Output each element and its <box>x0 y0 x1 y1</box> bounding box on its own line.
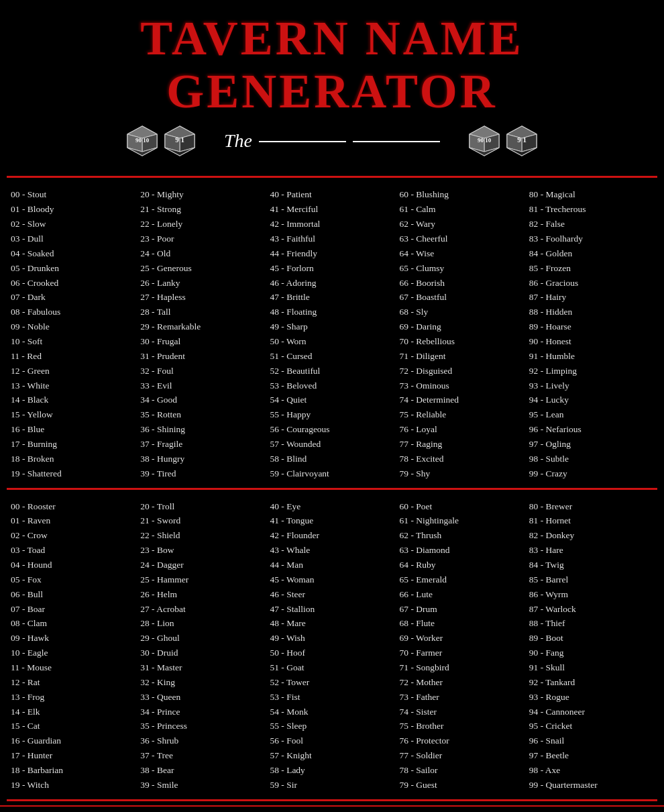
list-item: 69 - Worker <box>400 631 524 646</box>
noun-col-1: 20 - Troll21 - Sword22 - Shield23 - Bow2… <box>137 499 267 793</box>
list-item: 55 - Sleep <box>270 719 394 733</box>
die-d100-left: 90 10 <box>125 123 160 158</box>
list-item: 36 - Shining <box>140 422 264 437</box>
list-item: 22 - Shield <box>140 528 264 543</box>
list-item: 34 - Good <box>140 393 264 407</box>
list-item: 92 - Limping <box>529 364 653 378</box>
list-item: 44 - Man <box>270 558 394 572</box>
list-item: 48 - Mare <box>270 616 394 631</box>
dice-right: 90 10 9 1 <box>467 123 539 158</box>
list-item: 57 - Knight <box>270 748 394 763</box>
list-item: 72 - Disguised <box>400 364 524 378</box>
list-item: 82 - Donkey <box>529 528 653 543</box>
list-item: 26 - Lanky <box>140 276 264 291</box>
adjectives-grid: 00 - Stout01 - Bloody02 - Slow03 - Dull0… <box>8 187 656 480</box>
list-item: 65 - Clumsy <box>400 261 524 276</box>
list-item: 59 - Sir <box>270 778 394 793</box>
list-item: 15 - Yellow <box>11 407 135 422</box>
list-item: 64 - Ruby <box>400 558 524 572</box>
list-item: 80 - Brewer <box>529 499 653 514</box>
list-item: 90 - Honest <box>529 334 653 349</box>
list-item: 89 - Hoarse <box>529 319 653 334</box>
list-item: 77 - Soldier <box>400 748 524 763</box>
list-item: 81 - Hornet <box>529 513 653 528</box>
list-item: 82 - False <box>529 217 653 232</box>
list-item: 37 - Fragile <box>140 437 264 452</box>
list-item: 52 - Beautiful <box>270 364 394 378</box>
adj-col-3: 60 - Blushing61 - Calm62 - Wary63 - Chee… <box>397 187 527 480</box>
list-item: 96 - Nefarious <box>529 422 653 437</box>
list-item: 22 - Lonely <box>140 217 264 232</box>
list-item: 97 - Ogling <box>529 437 653 452</box>
list-item: 75 - Reliable <box>400 407 524 422</box>
list-item: 00 - Rooster <box>11 499 135 514</box>
list-item: 71 - Songbird <box>400 660 524 675</box>
list-item: 20 - Troll <box>140 499 264 514</box>
list-item: 88 - Hidden <box>529 305 653 319</box>
die-d10-right: 9 1 <box>504 123 539 158</box>
list-item: 13 - White <box>11 378 135 393</box>
list-item: 44 - Friendly <box>270 246 394 261</box>
list-item: 95 - Cricket <box>529 719 653 733</box>
list-item: 13 - Frog <box>11 690 135 705</box>
list-item: 21 - Strong <box>140 202 264 217</box>
list-item: 04 - Soaked <box>11 246 135 261</box>
list-item: 99 - Quartermaster <box>529 778 653 793</box>
list-item: 53 - Beloved <box>270 378 394 393</box>
list-item: 68 - Flute <box>400 616 524 631</box>
list-item: 89 - Boot <box>529 631 653 646</box>
list-item: 87 - Hairy <box>529 290 653 305</box>
page-title: Tavern Name Generator <box>0 12 664 118</box>
list-item: 07 - Dark <box>11 290 135 305</box>
noun-col-2: 40 - Eye41 - Tongue42 - Flounder43 - Wha… <box>267 499 396 793</box>
list-item: 40 - Patient <box>270 187 394 202</box>
list-item: 83 - Hare <box>529 543 653 558</box>
list-item: 06 - Bull <box>11 587 135 602</box>
list-item: 39 - Tired <box>140 466 264 481</box>
list-item: 28 - Tall <box>140 305 264 319</box>
list-item: 17 - Hunter <box>11 748 135 763</box>
list-item: 31 - Prudent <box>140 349 264 364</box>
list-item: 45 - Woman <box>270 572 394 587</box>
list-item: 02 - Crow <box>11 528 135 543</box>
list-item: 45 - Forlorn <box>270 261 394 276</box>
list-item: 62 - Wary <box>400 217 524 232</box>
list-item: 38 - Hungry <box>140 452 264 466</box>
list-item: 49 - Wish <box>270 631 394 646</box>
list-item: 34 - Prince <box>140 705 264 719</box>
list-item: 63 - Diamond <box>400 543 524 558</box>
adj-col-1: 20 - Mighty21 - Strong22 - Lonely23 - Po… <box>137 187 267 480</box>
list-item: 51 - Cursed <box>270 349 394 364</box>
list-item: 43 - Faithful <box>270 232 394 246</box>
list-item: 94 - Lucky <box>529 393 653 407</box>
list-item: 09 - Noble <box>11 319 135 334</box>
list-item: 50 - Worn <box>270 334 394 349</box>
list-item: 01 - Bloody <box>11 202 135 217</box>
list-item: 60 - Blushing <box>400 187 524 202</box>
list-item: 16 - Blue <box>11 422 135 437</box>
the-label: The <box>224 130 252 152</box>
list-item: 84 - Golden <box>529 246 653 261</box>
list-item: 65 - Emerald <box>400 572 524 587</box>
list-item: 16 - Guardian <box>11 733 135 748</box>
list-item: 10 - Eagle <box>11 646 135 660</box>
list-item: 60 - Poet <box>400 499 524 514</box>
list-item: 33 - Evil <box>140 378 264 393</box>
list-item: 10 - Soft <box>11 334 135 349</box>
list-item: 79 - Shy <box>400 466 524 481</box>
svg-text:9 1: 9 1 <box>517 136 527 144</box>
list-item: 36 - Shrub <box>140 733 264 748</box>
list-item: 35 - Rotten <box>140 407 264 422</box>
list-item: 29 - Remarkable <box>140 319 264 334</box>
list-item: 41 - Tongue <box>270 513 394 528</box>
list-item: 53 - Fist <box>270 690 394 705</box>
list-item: 86 - Gracious <box>529 276 653 291</box>
footer: FB.COM/FINEFYRER FIREFINEFYRER.COM <box>0 805 664 812</box>
header: Tavern Name Generator 90 10 <box>0 0 664 178</box>
list-item: 70 - Rebellious <box>400 334 524 349</box>
list-item: 02 - Slow <box>11 217 135 232</box>
list-item: 07 - Boar <box>11 602 135 617</box>
list-item: 95 - Lean <box>529 407 653 422</box>
list-item: 39 - Smile <box>140 778 264 793</box>
list-item: 27 - Hapless <box>140 290 264 305</box>
